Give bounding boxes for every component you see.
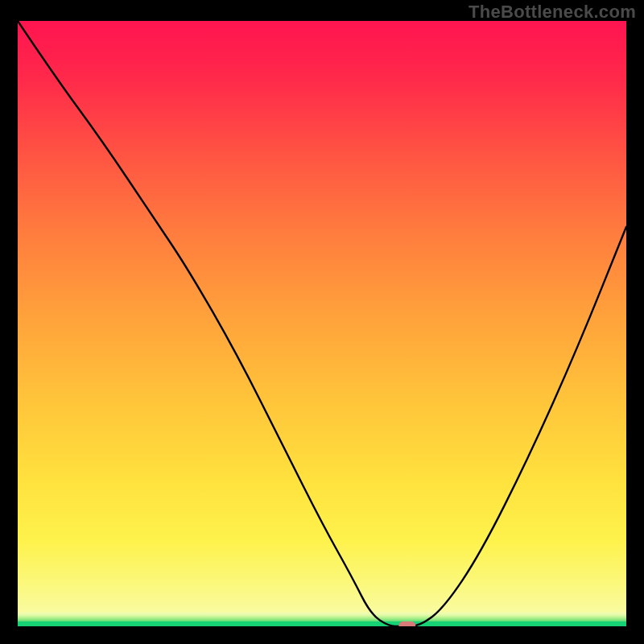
optimum-marker (399, 622, 415, 627)
plot-area (18, 21, 626, 626)
watermark-text: TheBottleneck.com (469, 2, 636, 23)
curve-layer (18, 21, 626, 626)
chart-frame: TheBottleneck.com (0, 0, 644, 644)
bottleneck-curve (18, 21, 626, 626)
